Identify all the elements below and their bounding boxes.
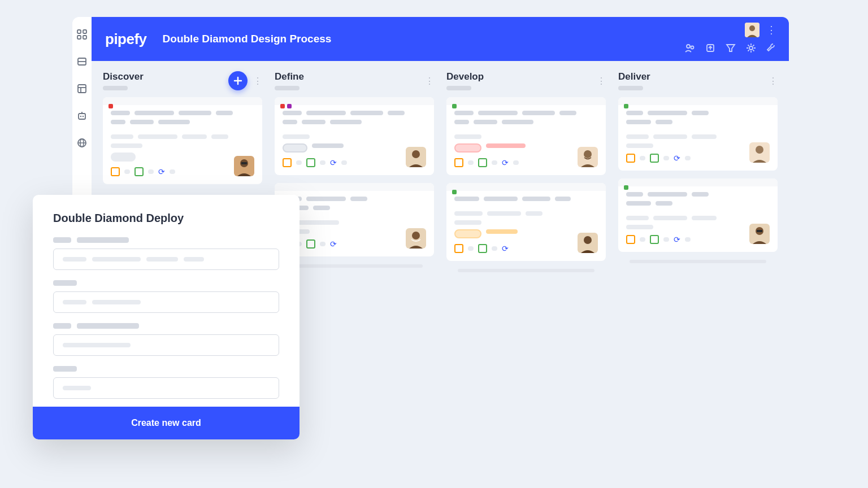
svg-point-19 <box>691 46 694 49</box>
svg-point-18 <box>687 45 690 48</box>
card[interactable]: ⟳ <box>103 97 262 184</box>
tag-green <box>452 190 457 194</box>
form-input[interactable] <box>53 377 279 399</box>
svg-rect-6 <box>78 85 86 93</box>
column-footer-skeleton <box>630 260 766 263</box>
svg-point-17 <box>749 25 755 31</box>
layout-icon[interactable] <box>77 84 87 96</box>
svg-rect-2 <box>77 36 81 39</box>
assignee-avatar[interactable] <box>749 142 770 163</box>
members-icon[interactable] <box>685 43 695 55</box>
tag-red <box>108 104 113 108</box>
sync-icon: ⟳ <box>330 239 337 249</box>
svg-rect-37 <box>757 230 762 232</box>
svg-point-21 <box>749 46 753 50</box>
user-avatar[interactable] <box>745 23 760 37</box>
sync-icon: ⟳ <box>502 244 509 253</box>
assignee-avatar[interactable] <box>578 233 598 253</box>
checklist-icon <box>306 158 315 167</box>
create-card-button[interactable]: Create new card <box>33 407 300 439</box>
column-deliver: Deliver ⋮ <box>618 71 778 399</box>
svg-rect-0 <box>77 30 81 33</box>
due-icon <box>626 235 635 244</box>
form-input[interactable] <box>53 334 279 356</box>
modal-title: Double Diamond Deploy <box>53 212 279 225</box>
svg-point-26 <box>412 150 420 158</box>
assignee-avatar[interactable] <box>578 147 598 167</box>
checklist-icon <box>478 158 487 167</box>
due-icon <box>454 244 463 253</box>
checklist-icon <box>650 235 659 244</box>
board-title: Double Diamond Design Process <box>163 33 332 45</box>
field-label <box>53 280 279 286</box>
sync-icon: ⟳ <box>502 158 509 167</box>
create-card-modal: Double Diamond Deploy Create new card <box>33 195 300 439</box>
field-label <box>53 323 279 329</box>
filter-icon[interactable] <box>726 43 736 55</box>
brand-logo: pipefy <box>105 30 147 48</box>
due-icon <box>626 154 635 163</box>
column-title: Discover <box>103 71 144 82</box>
due-icon <box>283 158 292 167</box>
svg-point-34 <box>756 146 763 154</box>
svg-point-32 <box>584 236 592 244</box>
assignee-avatar[interactable] <box>406 147 426 167</box>
tag-red <box>280 104 285 108</box>
svg-rect-24 <box>241 162 247 164</box>
field-label <box>53 366 279 372</box>
column-subtitle-skeleton <box>275 86 300 90</box>
column-title: Define <box>275 71 304 82</box>
topbar: pipefy Double Diamond Design Process ⋮ <box>92 17 789 61</box>
bot-icon[interactable] <box>77 111 87 123</box>
card[interactable]: ⟳ <box>275 97 434 175</box>
due-icon <box>111 167 120 176</box>
tag-green <box>624 104 628 108</box>
assignee-avatar[interactable] <box>406 228 426 249</box>
column-footer-skeleton <box>286 264 423 268</box>
assignee-avatar[interactable] <box>234 156 254 176</box>
column-more-icon[interactable]: ⋮ <box>425 76 434 86</box>
due-icon <box>454 158 463 167</box>
form-input[interactable] <box>53 249 279 270</box>
svg-point-10 <box>80 116 81 117</box>
sync-icon: ⟳ <box>674 154 680 163</box>
sync-icon: ⟳ <box>674 235 680 244</box>
svg-rect-3 <box>83 36 86 39</box>
svg-rect-1 <box>83 30 86 33</box>
column-more-icon[interactable]: ⋮ <box>597 76 606 86</box>
column-develop: Develop ⋮ <box>446 71 606 399</box>
field-label <box>53 237 279 243</box>
form-input[interactable] <box>53 291 279 313</box>
settings-icon[interactable] <box>746 43 756 55</box>
column-title: Develop <box>446 71 484 82</box>
column-more-icon[interactable]: ⋮ <box>253 76 262 86</box>
checklist-icon <box>306 239 315 249</box>
apps-icon[interactable] <box>77 29 87 42</box>
topbar-more-icon[interactable]: ⋮ <box>766 24 776 36</box>
database-icon[interactable] <box>77 56 87 69</box>
svg-point-28 <box>412 232 420 239</box>
add-card-button[interactable] <box>228 71 248 90</box>
wrench-icon[interactable] <box>766 43 776 55</box>
tag-green <box>452 104 457 108</box>
card[interactable]: ⟳ <box>618 97 778 171</box>
card[interactable]: ⟳ <box>618 178 778 252</box>
checklist-icon <box>134 167 144 176</box>
globe-icon[interactable] <box>77 138 87 150</box>
assignee-avatar[interactable] <box>749 224 770 244</box>
tag-purple <box>287 104 292 108</box>
import-icon[interactable] <box>705 43 715 55</box>
card[interactable]: ⟳ <box>446 97 606 175</box>
column-more-icon[interactable]: ⋮ <box>769 76 778 86</box>
column-subtitle-skeleton <box>618 86 643 90</box>
sync-icon: ⟳ <box>158 167 165 176</box>
svg-rect-9 <box>79 114 85 119</box>
checklist-icon <box>650 154 659 163</box>
card[interactable]: ⟳ <box>446 183 606 261</box>
column-footer-skeleton <box>458 269 594 272</box>
svg-point-11 <box>83 116 84 117</box>
tag-green <box>624 185 628 190</box>
column-subtitle-skeleton <box>446 86 471 90</box>
sync-icon: ⟳ <box>330 158 337 167</box>
svg-point-30 <box>584 150 592 158</box>
